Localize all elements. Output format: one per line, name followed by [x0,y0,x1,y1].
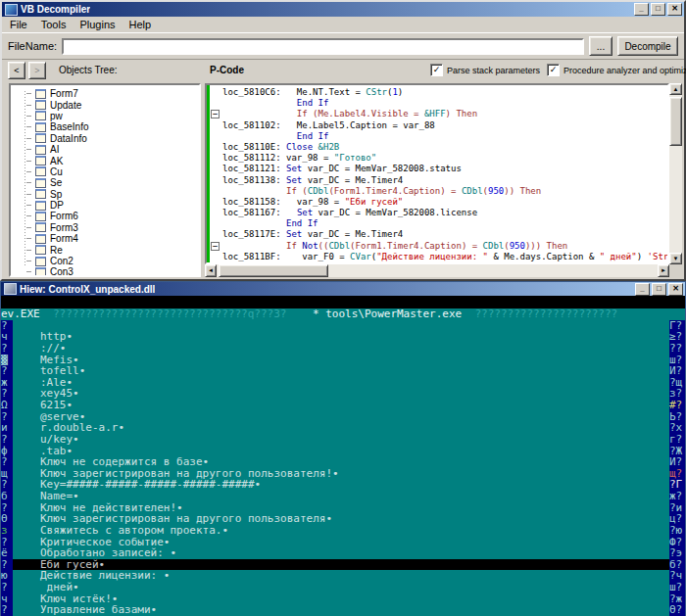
form-icon [35,122,46,132]
hex-row[interactable]: ?Управление базами•Θ? [1,604,685,616]
hex-row[interactable]: чhttp•≥? [1,331,685,343]
objects-tree-label: Objects Tree: [59,65,117,75]
menu-plugins[interactable]: Plugins [73,18,122,31]
hex-row[interactable]: Ω6215•#? [1,400,685,411]
hex-row-highlighted[interactable]: ?Еби гусей•б? [1,559,685,571]
code-line: − If Not((CDbl(Form1.Timer4.Caption) = C… [207,241,667,252]
hscroll-track[interactable] [217,264,658,277]
code-pane[interactable]: loc_5810C6: Me.NT.Text = CStr(1) End If−… [205,83,669,264]
checkbox-checked-icon: ✓ [547,64,560,76]
menu-file[interactable]: File [3,18,34,31]
scroll-down-icon[interactable]: ▼ [669,253,682,264]
hex-row[interactable]: ёОбработано записей: •?э [1,547,685,559]
hex-row[interactable]: ?u/key•г? [1,434,685,446]
tree-item-datainfo[interactable]: DataInfo [26,133,199,144]
hex-right-garbage: ?Г [669,479,685,491]
nav-back-button[interactable]: < [8,62,25,79]
hex-right-garbage: Θ? [669,604,685,616]
hex-left-garbage: ? [1,604,13,616]
decompile-button[interactable]: Decompile [617,36,678,56]
tree-item-form4[interactable]: Form4 [26,233,199,244]
hex-row[interactable]: иr.double-a.r•?х [1,422,685,434]
hex-row[interactable]: ?Критическое событие•Ф? [1,537,685,548]
hex-left-garbage: ч [1,331,13,343]
hex-row[interactable]: ?xey45•з? [1,388,685,400]
hiew-app-icon [4,283,17,295]
filename-input[interactable] [62,38,584,55]
hex-left-garbage: ? [1,411,13,423]
vb-minimize-button[interactable]: _ [634,3,649,16]
hex-left-garbage: ? [1,502,13,514]
tree-item-ak[interactable]: AK [26,155,199,166]
tree-item-sp[interactable]: Sp [26,189,199,200]
tree-item-baseinfo[interactable]: BaseInfo [26,121,199,132]
scroll-left-icon[interactable]: ◄ [205,264,217,277]
tree-item-dp[interactable]: DP [26,200,199,211]
hex-row[interactable]: ΘКлюч зарегистрирован на другого пользов… [1,513,685,525]
fold-collapse-icon[interactable]: − [211,242,220,251]
scroll-up-icon[interactable]: ▲ [669,83,682,95]
hex-row[interactable]: ж:Ale•?щ [1,377,685,389]
checkbox-procedure-analyzer[interactable]: ✓ Procedure analyzer and optimizer [547,64,686,76]
vscroll-track[interactable] [669,95,682,253]
vb-maximize-button[interactable]: □ [651,3,665,16]
hex-row[interactable]: ?tofell•Й? [1,365,685,377]
browse-button[interactable]: ... [589,36,612,56]
tree-item-cu[interactable]: Cu [26,166,199,177]
hscroll-thumb[interactable] [219,264,328,277]
vb-close-button[interactable]: ✕ [667,3,682,16]
tree-item-form3[interactable]: Form3 [26,222,199,233]
code-line: loc_5811BF: var_F0 = CVar("Действие лице… [207,252,667,262]
hex-row[interactable]: зСвяжитесь с автором проекта.•?ю [1,525,685,537]
hex-row[interactable]: щКлюч зарегистрирован на другого пользов… [1,468,685,480]
checkbox-parse-label: Parse stack parameters [447,66,540,75]
hex-row[interactable]: ?Ключ не содержится в базе•Й? [1,456,685,468]
hiew-close-button[interactable]: ✕ [668,283,683,296]
form-icon [35,111,46,120]
hiew-maximize-button[interactable]: □ [652,283,666,296]
hex-row[interactable]: ?Key=#####-#####-#####-#####-#####•?Г [1,479,685,491]
tree-item-se[interactable]: Se [26,177,199,188]
nav-forward-button[interactable]: > [28,62,46,79]
hex-row[interactable]: ▓Mefis•ш? [1,355,685,366]
hex-row[interactable]: бName=•ж? [1,491,685,502]
menu-tools[interactable]: Tools [34,18,74,31]
hex-string: Действие лицензии: • [13,570,669,582]
hex-row[interactable]: ?://•?? [1,343,685,355]
tree-item-ai[interactable]: AI [26,144,199,155]
hex-right-garbage: ≥? [669,331,685,343]
vscroll-thumb[interactable] [669,97,682,146]
fold-collapse-icon[interactable]: − [211,110,220,118]
tree-item-con3[interactable]: Con3 [26,266,199,277]
hex-row[interactable]: ? дней•ш? [1,582,685,593]
hex-left-garbage: ? [1,343,13,355]
tree-item-con2[interactable]: Con2 [26,256,199,266]
hex-row[interactable]: ?Г? [1,320,685,332]
vb-titlebar[interactable]: VB Decompiler _ □ ✕ [2,2,684,17]
scroll-right-icon[interactable]: ► [658,264,669,277]
hex-row[interactable]: ?@serve•Ь? [1,411,685,423]
code-line: End If [207,131,667,142]
tree-item-re[interactable]: Re [26,244,199,255]
hex-row[interactable]: ?Ключ не действителен!•?и [1,502,685,514]
objects-tree[interactable]: Form7UpdatepwBaseInfoDataInfoAIAKCuSeSpD… [9,83,201,277]
tree-item-form6[interactable]: Form6 [26,211,199,221]
fold-gutter [207,88,222,97]
checkbox-parse-stack-parameters[interactable]: ✓ Parse stack parameters [430,64,540,76]
hex-row[interactable]: чКлюч истёк!•?ж [1,593,685,605]
hex-row[interactable]: юДействие лицензии: •?ч [1,570,685,582]
code-vertical-scrollbar[interactable]: ▲ ▼ [669,83,682,264]
hiew-minimize-button[interactable]: _ [635,283,650,296]
hex-right-garbage: Г? [669,320,685,332]
tree-item-label: AK [50,156,63,166]
tree-item-pw[interactable]: pw [26,111,199,121]
tree-item-update[interactable]: Update [26,99,199,110]
hex-row[interactable]: ф.tab•?Ж [1,446,685,457]
hex-string: xey45• [13,388,669,400]
hex-left-garbage: и [1,422,13,434]
scrollbar-corner [669,264,682,277]
menu-help[interactable]: Help [122,18,159,31]
tree-item-form7[interactable]: Form7 [26,88,199,99]
code-horizontal-scrollbar[interactable]: ◄ ► [205,264,669,277]
hiew-titlebar[interactable]: Hiew: ControlX_unpacked.dll _ □ ✕ [1,282,685,296]
